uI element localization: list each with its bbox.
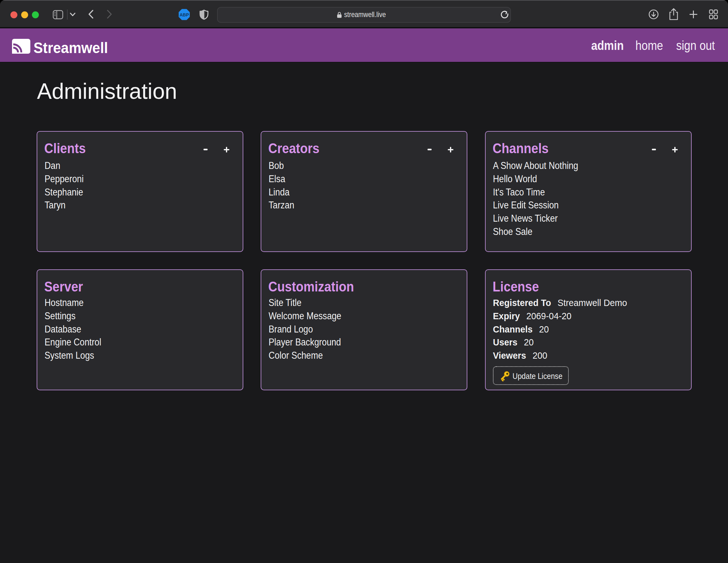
svg-text:ABP: ABP [179,12,189,17]
